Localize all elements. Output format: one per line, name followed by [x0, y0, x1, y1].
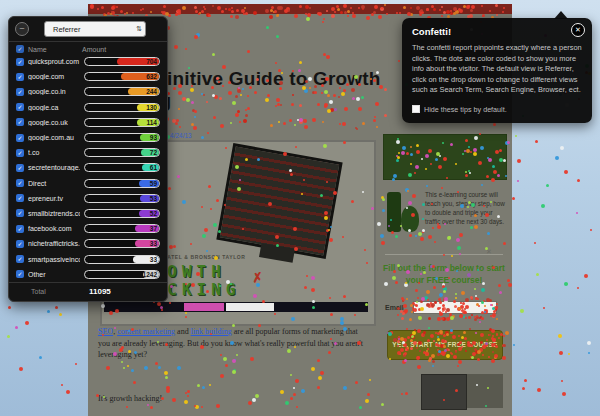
collapse-panel-icon[interactable]: – [15, 22, 29, 36]
confetti-dot [75, 363, 77, 365]
row-checkbox[interactable]: ✓ [16, 240, 24, 248]
row-checkbox[interactable]: ✓ [16, 225, 24, 233]
referrer-row[interactable]: ✓smallbiztrends.com52 [9, 206, 167, 221]
intro-paragraph: SEO, content marketing and link building… [98, 326, 368, 361]
confetti-dot [520, 309, 524, 313]
sidebar-widget-box [467, 374, 503, 408]
amount-bar-fill: 59 [139, 180, 159, 187]
confetti-dot [7, 335, 10, 338]
referrer-row[interactable]: ✓epreneur.tv53 [9, 191, 167, 206]
confetti-dot [534, 242, 536, 244]
confetti-dot [558, 334, 562, 338]
content-marketing-link[interactable]: content marketing [117, 327, 175, 336]
confetti-dot [15, 326, 18, 329]
confetti-dot [8, 306, 11, 309]
row-checkbox[interactable]: ✓ [16, 88, 24, 96]
referrer-name: quicksprout.com [28, 58, 80, 65]
amount-bar: 130 [84, 103, 160, 112]
referrer-row[interactable]: ✓google.com.au93 [9, 130, 167, 145]
panel-footer: Total 11095 [9, 282, 167, 301]
select-stepper-icon: ⇅ [136, 25, 145, 33]
referrer-name: google.ca [28, 104, 80, 111]
referrer-row[interactable]: ✓t.co72 [9, 145, 167, 160]
amount-bar-fill: 93 [140, 134, 159, 141]
paragraph-text: and [175, 327, 191, 336]
start-course-button[interactable]: YES, START MY FREE COURSE [387, 330, 503, 360]
row-checkbox[interactable]: ✓ [16, 194, 24, 202]
growth-hacking-line: It's growth hacking! [98, 394, 162, 403]
view-type-select[interactable]: Referrer ⇅ [44, 21, 146, 37]
close-icon[interactable]: ✕ [571, 23, 585, 37]
hide-tips-label: Hide these tips by default. [424, 105, 507, 114]
row-checkbox[interactable]: ✓ [16, 179, 24, 187]
referrer-row[interactable]: ✓nichetraffictricks.com33 [9, 236, 167, 251]
strip-white-segment [226, 303, 274, 311]
referrer-name: google.com [28, 73, 80, 80]
referrer-row[interactable]: ✓Direct59 [9, 176, 167, 191]
referrer-name: secretentourage.com [28, 164, 80, 171]
row-checkbox[interactable]: ✓ [16, 164, 24, 172]
referrer-row[interactable]: ✓google.ca130 [9, 100, 167, 115]
amount-bar: 93 [84, 133, 160, 142]
amount-bar: 72 [84, 148, 160, 157]
referrer-name: Other [28, 271, 80, 278]
confetti-dot [536, 273, 539, 276]
row-checkbox[interactable]: ✓ [16, 270, 24, 278]
amount-bar: 114 [84, 118, 160, 127]
amount-bar-fill: 632 [121, 73, 159, 80]
row-checkbox[interactable]: ✓ [16, 255, 24, 263]
cta-heading: Fill out the form below to start your FR… [383, 262, 505, 286]
referrer-row[interactable]: ✓smartpassiveincome.com33 [9, 251, 167, 266]
referrer-row[interactable]: ✓facebook.com37 [9, 221, 167, 236]
confetti-dot [546, 184, 549, 187]
referrer-row[interactable]: ✓google.com632 [9, 69, 167, 84]
row-checkbox[interactable]: ✓ [16, 149, 24, 157]
confetti-dot [537, 388, 541, 392]
hide-tips-checkbox[interactable] [412, 105, 420, 113]
row-checkbox[interactable]: ✓ [16, 134, 24, 142]
confetti-dot [566, 283, 568, 285]
amount-bar-fill: 704 [117, 58, 159, 65]
tooltip-body: The confetti report pinpoints exactly wh… [412, 43, 582, 96]
referrer-name: google.co.in [28, 88, 80, 95]
referrer-row[interactable]: ✓google.co.uk114 [9, 115, 167, 130]
amount-bar: 704 [84, 57, 160, 66]
strip-pink-segment [184, 303, 224, 311]
hide-tips-row: Hide these tips by default. [412, 105, 582, 114]
row-checkbox[interactable]: ✓ [16, 73, 24, 81]
row-checkbox[interactable]: ✓ [16, 103, 24, 111]
seo-link[interactable]: SEO [98, 327, 113, 336]
select-all-checkbox[interactable]: ✓ [16, 45, 24, 53]
sidebar-widget-box [421, 374, 467, 410]
referrer-row[interactable]: ✓Other1242 [9, 267, 167, 282]
amount-bar-fill: 61 [142, 164, 159, 171]
referrer-row-list: ✓quicksprout.com704✓google.com632✓google… [9, 54, 167, 282]
referrer-row[interactable]: ✓google.co.in244 [9, 84, 167, 99]
amount-bar-fill: 72 [141, 149, 159, 156]
referrer-name: t.co [28, 149, 80, 156]
row-checkbox[interactable]: ✓ [16, 118, 24, 126]
row-checkbox[interactable]: ✓ [16, 58, 24, 66]
amount-bar-fill: 52 [139, 210, 159, 217]
confetti-dot [577, 179, 580, 182]
email-input[interactable] [413, 301, 497, 314]
confetti-tooltip: ✕ Confetti! The confetti report pinpoint… [402, 18, 592, 123]
scribble-mark: ✗ [251, 269, 264, 285]
divider-doodle: ✕ [486, 248, 492, 256]
confetti-dot [535, 140, 538, 143]
confetti-dot [559, 351, 563, 355]
amount-bar: 37 [84, 224, 160, 233]
amount-bar: 33 [84, 239, 160, 248]
row-checkbox[interactable]: ✓ [16, 209, 24, 217]
amount-bar: 632 [84, 72, 160, 81]
referrer-row[interactable]: ✓quicksprout.com704 [9, 54, 167, 69]
email-label: Email [385, 304, 404, 311]
confetti-dot [576, 212, 578, 214]
confetti-dot [522, 387, 525, 390]
sidebar-green-banner [383, 134, 507, 180]
confetti-dot [61, 384, 63, 386]
illustration-bottom-strip [104, 302, 368, 312]
confetti-dot [517, 180, 519, 182]
link-building-link[interactable]: link building [191, 327, 232, 336]
referrer-row[interactable]: ✓secretentourage.com61 [9, 160, 167, 175]
